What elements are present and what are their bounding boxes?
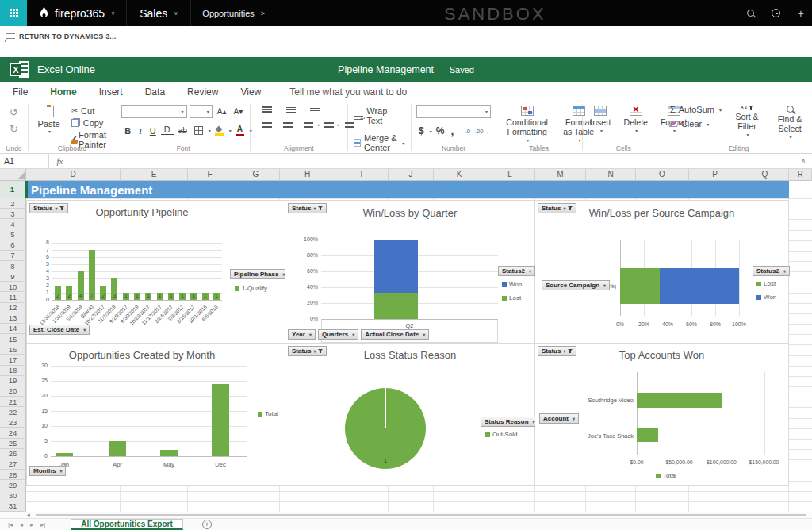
brand-segment[interactable]: firepro365 ∨ bbox=[27, 0, 127, 26]
font-color-button[interactable]: A bbox=[233, 125, 247, 136]
row-header-12[interactable]: 12 bbox=[0, 303, 26, 313]
borders-button[interactable] bbox=[192, 126, 205, 135]
sort-filter-button[interactable]: A Z Sort & Filter ▾ bbox=[730, 105, 764, 141]
column-header-L[interactable]: L bbox=[485, 169, 535, 181]
row-header-18[interactable]: 18 bbox=[0, 366, 26, 376]
shrink-font-button[interactable]: A▾ bbox=[231, 107, 245, 116]
merge-center-button[interactable]: Merge & Center ▾ bbox=[352, 132, 406, 154]
field-button-actual-close-date[interactable]: Actual Close Date▾ bbox=[361, 329, 429, 340]
delete-cells-button[interactable]: Delete ▾ bbox=[621, 105, 651, 135]
last-sheet-icon[interactable]: ▸| bbox=[40, 521, 45, 528]
previous-sheet-icon[interactable]: ◂ bbox=[20, 521, 23, 528]
cut-button[interactable]: ✂Cut bbox=[70, 105, 112, 117]
paste-button[interactable]: Paste ▾ bbox=[33, 105, 65, 150]
redo-button[interactable]: ↻ bbox=[5, 121, 23, 138]
column-header-O[interactable]: O bbox=[636, 169, 689, 181]
column-header-R[interactable]: R bbox=[789, 169, 812, 181]
row-header-3[interactable]: 3 bbox=[0, 209, 26, 219]
insert-cells-button[interactable]: Insert ▾ bbox=[587, 105, 614, 135]
tab-home[interactable]: Home bbox=[50, 83, 76, 101]
row-header-26[interactable]: 26 bbox=[0, 449, 26, 459]
row-header-17[interactable]: 17 bbox=[0, 355, 26, 365]
name-box[interactable]: A1 bbox=[0, 154, 49, 168]
increase-decimal-button[interactable]: ←.0 bbox=[458, 128, 472, 135]
field-button-status-reason[interactable]: Status Reason▾ bbox=[481, 417, 539, 427]
row-header-24[interactable]: 24 bbox=[0, 428, 26, 438]
row-header-19[interactable]: 19 bbox=[0, 376, 26, 386]
column-header-F[interactable]: F bbox=[188, 169, 232, 181]
collapse-ribbon-icon[interactable]: ∧ bbox=[801, 157, 806, 164]
fill-color-button[interactable] bbox=[213, 126, 226, 136]
row-header-28[interactable]: 28 bbox=[0, 470, 26, 480]
decrease-indent-button[interactable] bbox=[320, 121, 338, 131]
clear-button[interactable]: Clear ▾ bbox=[670, 119, 722, 129]
row-header-23[interactable]: 23 bbox=[0, 417, 26, 428]
tab-view[interactable]: View bbox=[240, 83, 261, 101]
field-button-months[interactable]: Months▾ bbox=[29, 466, 66, 476]
field-button-status2[interactable]: Status2▾ bbox=[753, 266, 790, 276]
row-header-15[interactable]: 15 bbox=[0, 334, 26, 344]
column-header-M[interactable]: M bbox=[535, 169, 586, 181]
first-sheet-icon[interactable]: |◂ bbox=[8, 521, 13, 528]
field-button-year[interactable]: Year▾ bbox=[288, 329, 316, 340]
field-button-est-close-date[interactable]: Est. Close Date▾ bbox=[29, 325, 90, 335]
column-header-N[interactable]: N bbox=[586, 169, 636, 181]
scroll-left-icon[interactable]: ◂ bbox=[27, 512, 30, 518]
horizontal-scrollbar[interactable]: ◂ bbox=[0, 512, 812, 518]
column-header-P[interactable]: P bbox=[689, 169, 741, 181]
comma-format-button[interactable]: , bbox=[448, 125, 456, 137]
row-header-6[interactable]: 6 bbox=[0, 240, 26, 251]
filter-button-status[interactable]: Status▾ bbox=[538, 346, 576, 356]
column-header-Q[interactable]: Q bbox=[741, 169, 789, 181]
tab-review[interactable]: Review bbox=[187, 83, 218, 101]
copy-button[interactable]: Copy bbox=[70, 117, 112, 129]
row-header-8[interactable]: 8 bbox=[0, 261, 26, 271]
worksheet[interactable]: Pipeline Management Status▾Opportunity P… bbox=[26, 181, 812, 512]
align-bottom-button[interactable] bbox=[306, 105, 324, 115]
column-header-E[interactable]: E bbox=[121, 169, 188, 181]
row-header-30[interactable]: 30 bbox=[0, 490, 26, 501]
row-header-29[interactable]: 29 bbox=[0, 480, 26, 490]
conditional-formatting-button[interactable]: Conditional Formatting ▾ bbox=[501, 105, 553, 144]
row-header-13[interactable]: 13 bbox=[0, 313, 26, 324]
row-header-1[interactable]: 1 bbox=[0, 181, 26, 198]
tell-me-box[interactable]: Tell me what you want to do bbox=[289, 86, 407, 98]
filter-button-status[interactable]: Status▾ bbox=[29, 203, 68, 213]
row-header-4[interactable]: 4 bbox=[0, 219, 26, 229]
field-button-quarters[interactable]: Quarters▾ bbox=[318, 329, 358, 340]
percent-format-button[interactable]: % bbox=[434, 125, 447, 136]
row-header-31[interactable]: 31 bbox=[0, 501, 26, 512]
decrease-decimal-button[interactable]: .00→ bbox=[473, 128, 491, 135]
grow-font-button[interactable]: A▴ bbox=[215, 107, 229, 116]
filter-button-status[interactable]: Status▾ bbox=[288, 203, 327, 213]
column-header-I[interactable]: I bbox=[335, 169, 389, 181]
autosum-button[interactable]: Σ AutoSum ▾ bbox=[670, 105, 722, 114]
document-title[interactable]: Pipeline Management bbox=[338, 64, 434, 75]
breadcrumb[interactable]: Opportunities > bbox=[191, 0, 276, 26]
tab-file[interactable]: File bbox=[13, 83, 28, 101]
undo-button[interactable]: ↺ bbox=[5, 105, 23, 121]
search-icon[interactable] bbox=[747, 10, 754, 17]
align-middle-button[interactable] bbox=[282, 105, 300, 115]
align-center-button[interactable] bbox=[279, 121, 297, 131]
align-top-button[interactable] bbox=[259, 105, 276, 115]
row-header-27[interactable]: 27 bbox=[0, 459, 26, 470]
tab-data[interactable]: Data bbox=[145, 83, 165, 101]
bold-button[interactable]: B bbox=[121, 126, 134, 136]
number-format-select[interactable]: ▾ bbox=[416, 105, 491, 118]
row-header-25[interactable]: 25 bbox=[0, 439, 26, 449]
next-sheet-icon[interactable]: ▸ bbox=[30, 521, 33, 528]
font-size-select[interactable]: ▾ bbox=[190, 105, 213, 118]
history-icon[interactable] bbox=[772, 9, 780, 17]
strikethrough-button[interactable]: ab bbox=[175, 126, 190, 135]
underline-button[interactable]: U bbox=[147, 126, 159, 136]
row-header-9[interactable]: 9 bbox=[0, 271, 26, 282]
row-header-16[interactable]: 16 bbox=[0, 344, 26, 355]
align-left-button[interactable] bbox=[259, 121, 276, 131]
module-picker[interactable]: Sales ∨ bbox=[127, 0, 191, 26]
row-header-5[interactable]: 5 bbox=[0, 229, 26, 240]
app-launcher-button[interactable] bbox=[0, 0, 27, 26]
row-header-2[interactable]: 2 bbox=[0, 198, 26, 209]
column-header-H[interactable]: H bbox=[280, 169, 335, 181]
title-cell[interactable]: Pipeline Management bbox=[26, 181, 789, 198]
